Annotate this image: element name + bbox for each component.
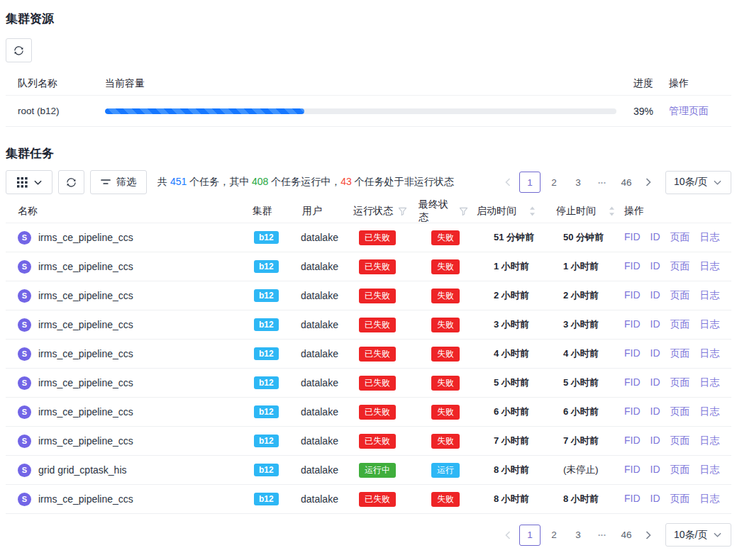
action-link-id[interactable]: ID	[650, 493, 660, 505]
page-ellipsis: •••	[592, 525, 613, 546]
action-link-page[interactable]: 页面	[670, 464, 690, 476]
table-row: S irms_ce_pipeline_ccs b12 datalake 已失败 …	[6, 223, 731, 252]
start-time: 2 小时前	[468, 289, 548, 302]
page-number-2[interactable]: 2	[543, 172, 565, 193]
task-name: grid grid_cptask_his	[38, 464, 127, 476]
page-number-1[interactable]: 1	[519, 172, 541, 193]
run-status-badge: 已失败	[359, 289, 396, 303]
cluster-badge: b12	[254, 405, 279, 418]
action-link-fid[interactable]: FID	[624, 435, 641, 447]
final-status-badge: 失败	[431, 289, 460, 303]
prev-page-icon[interactable]	[498, 525, 518, 546]
action-link-id[interactable]: ID	[650, 435, 660, 447]
action-link-fid[interactable]: FID	[624, 289, 641, 302]
cluster-badge: b12	[254, 318, 279, 331]
page-size-select[interactable]: 10条/页	[665, 171, 731, 194]
action-link-log[interactable]: 日志	[700, 289, 720, 302]
col-start-time[interactable]: 启动时间	[468, 205, 548, 218]
resources-table: 队列名称 当前容量 进度 操作 root (b12) 39% 管理页面	[6, 72, 731, 127]
page-number-46[interactable]: 46	[616, 172, 637, 193]
action-link-id[interactable]: ID	[650, 376, 660, 389]
start-time: 51 分钟前	[468, 231, 548, 244]
task-name: irms_ce_pipeline_ccs	[38, 232, 133, 243]
action-link-fid[interactable]: FID	[624, 347, 641, 360]
action-link-id[interactable]: ID	[650, 231, 660, 244]
next-page-icon[interactable]	[638, 525, 658, 546]
action-link-page[interactable]: 页面	[670, 376, 690, 389]
queue-name: root (b12)	[6, 106, 105, 116]
refresh-icon	[66, 177, 77, 188]
page-size-select[interactable]: 10条/页	[665, 523, 731, 547]
action-link-fid[interactable]: FID	[624, 260, 641, 273]
stop-time: 7 小时前	[548, 435, 616, 447]
task-name: irms_ce_pipeline_ccs	[38, 261, 133, 272]
page-number-46[interactable]: 46	[616, 525, 637, 546]
top-pagination: 123•••46 10条/页	[498, 171, 731, 194]
action-link-log[interactable]: 日志	[700, 435, 720, 447]
filter-funnel-icon[interactable]	[398, 207, 407, 216]
table-row: S irms_ce_pipeline_ccs b12 datalake 已失败 …	[6, 485, 731, 514]
action-link-log[interactable]: 日志	[700, 464, 720, 476]
action-link-log[interactable]: 日志	[700, 231, 720, 244]
action-link-page[interactable]: 页面	[670, 405, 690, 418]
page-number-1[interactable]: 1	[519, 525, 541, 546]
action-link-log[interactable]: 日志	[700, 376, 720, 389]
action-link-id[interactable]: ID	[650, 289, 660, 302]
col-run-status[interactable]: 运行状态	[345, 205, 410, 218]
task-name: irms_ce_pipeline_ccs	[38, 348, 133, 359]
action-link-id[interactable]: ID	[650, 347, 660, 360]
action-link-log[interactable]: 日志	[700, 260, 720, 273]
page-number-3[interactable]: 3	[567, 525, 589, 546]
progress-value: 39%	[621, 106, 669, 117]
page-number-3[interactable]: 3	[567, 172, 589, 193]
prev-page-icon[interactable]	[498, 172, 518, 193]
action-link-log[interactable]: 日志	[700, 493, 720, 505]
action-link-page[interactable]: 页面	[670, 318, 690, 331]
col-stop-time[interactable]: 停止时间	[548, 205, 616, 218]
action-link-id[interactable]: ID	[650, 318, 660, 331]
table-row: S irms_ce_pipeline_ccs b12 datalake 已失败 …	[6, 398, 731, 427]
action-link-fid[interactable]: FID	[624, 493, 641, 505]
action-link-fid[interactable]: FID	[624, 318, 641, 331]
stop-time: 2 小时前	[548, 289, 616, 302]
filter-button[interactable]: 筛选	[90, 170, 147, 194]
action-link-fid[interactable]: FID	[624, 464, 641, 476]
action-link-fid[interactable]: FID	[624, 376, 641, 389]
cluster-badge: b12	[254, 347, 279, 360]
col-name: 名称	[6, 205, 247, 218]
user-name: datalake	[297, 261, 345, 272]
action-link-id[interactable]: ID	[650, 464, 660, 476]
action-link-page[interactable]: 页面	[670, 231, 690, 244]
action-link-page[interactable]: 页面	[670, 289, 690, 302]
task-type-avatar: S	[18, 493, 31, 506]
tasks-toolbar: 筛选 共 451 个任务，其中 408 个任务运行中，43 个任务处于非运行状态…	[6, 170, 731, 194]
filter-lines-icon	[101, 178, 111, 186]
refresh-resources-button[interactable]	[6, 38, 32, 62]
task-type-avatar: S	[18, 318, 31, 332]
action-link-id[interactable]: ID	[650, 405, 660, 418]
sort-carets-icon[interactable]	[609, 206, 615, 216]
filter-funnel-icon[interactable]	[459, 207, 468, 216]
cluster-tasks-title: 集群任务	[6, 145, 731, 162]
stop-time: 1 小时前	[548, 260, 616, 273]
col-user: 用户	[297, 205, 345, 218]
action-link-page[interactable]: 页面	[670, 347, 690, 360]
action-link-log[interactable]: 日志	[700, 318, 720, 331]
cluster-badge: b12	[254, 376, 279, 389]
refresh-tasks-button[interactable]	[58, 170, 84, 194]
action-link-page[interactable]: 页面	[670, 260, 690, 273]
next-page-icon[interactable]	[638, 172, 658, 193]
action-link-fid[interactable]: FID	[624, 231, 641, 244]
column-settings-button[interactable]	[6, 170, 52, 194]
sort-carets-icon[interactable]	[529, 206, 536, 216]
action-link-log[interactable]: 日志	[700, 347, 720, 360]
action-link-page[interactable]: 页面	[670, 435, 690, 447]
manage-page-link[interactable]: 管理页面	[669, 105, 709, 116]
action-link-log[interactable]: 日志	[700, 405, 720, 418]
action-link-fid[interactable]: FID	[624, 405, 641, 418]
page-number-2[interactable]: 2	[543, 525, 565, 546]
action-link-id[interactable]: ID	[650, 260, 660, 273]
col-final-status[interactable]: 最终状态	[410, 198, 468, 224]
action-link-page[interactable]: 页面	[670, 493, 690, 505]
stop-time: 5 小时前	[548, 376, 616, 389]
